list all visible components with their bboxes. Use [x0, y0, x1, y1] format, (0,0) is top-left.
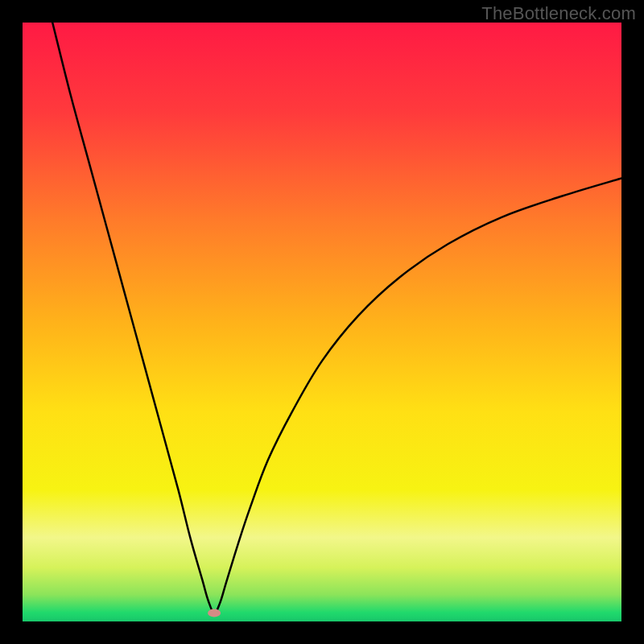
chart-container: TheBottleneck.com [0, 0, 644, 644]
minimum-marker [208, 609, 221, 617]
gradient-background [23, 23, 621, 621]
watermark-text: TheBottleneck.com [481, 3, 636, 24]
plot-area [23, 23, 621, 621]
bottleneck-curve-chart [23, 23, 621, 621]
